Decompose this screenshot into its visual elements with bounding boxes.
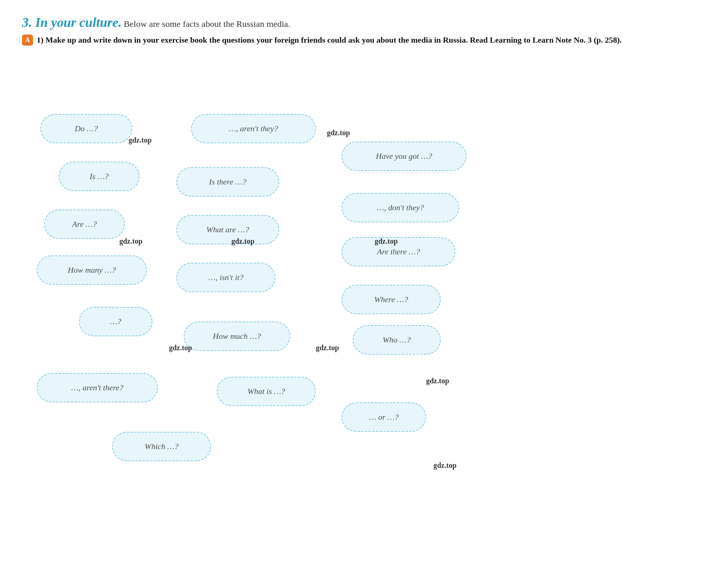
bubble-what-are: What are …? <box>176 215 279 244</box>
bubble-how-many: How many …? <box>37 255 147 285</box>
section-number: 3. <box>22 15 32 30</box>
bubble-isnt-it: …, isn't it? <box>176 263 275 292</box>
watermark-wm3: gdz.top <box>119 237 143 245</box>
bubble-dont-they: …, don't they? <box>342 193 459 222</box>
bubble-arent-they1: …, aren't they? <box>191 114 316 143</box>
bubble-arent-there: …, aren't there? <box>37 373 158 402</box>
section-subtitle: Below are some facts about the Russian m… <box>122 19 290 29</box>
watermark-wm7: gdz.top <box>316 344 339 352</box>
activity-icon: A <box>22 35 33 46</box>
watermark-wm2: gdz.top <box>327 129 350 137</box>
bubble-do: Do …? <box>40 114 132 143</box>
bubble-is-there: Is there …? <box>176 167 279 197</box>
watermark-wm9: gdz.top <box>433 461 457 470</box>
instruction-row: A 1) Make up and write down in your exer… <box>22 34 681 46</box>
instruction-text: 1) Make up and write down in your exerci… <box>37 34 622 46</box>
watermark-wm6: gdz.top <box>169 344 192 352</box>
bubble-or: … or …? <box>342 402 426 432</box>
bubble-who: Who …? <box>353 325 441 355</box>
header: 3. In your culture. Below are some facts… <box>22 15 681 46</box>
watermark-wm4: gdz.top <box>231 237 255 245</box>
bubble-where: Where …? <box>342 285 441 314</box>
bubble-are-there: Are there …? <box>342 237 455 266</box>
bubble-how-much: How much …? <box>184 322 290 351</box>
bubble-have-you-got: Have you got …? <box>342 141 466 171</box>
bubble-ellipsis: …? <box>79 307 152 336</box>
watermark-wm8: gdz.top <box>426 377 449 385</box>
title-row: 3. In your culture. Below are some facts… <box>22 15 681 30</box>
watermark-wm5: gdz.top <box>375 237 398 245</box>
watermark-wm1: gdz.top <box>129 136 152 144</box>
bubble-is: Is …? <box>59 162 140 191</box>
bubble-what-is: What is …? <box>217 377 316 406</box>
bubbles-area: Do …?…, aren't they?Have you got …?Is …?… <box>22 57 681 535</box>
bubble-are: Are …? <box>44 209 125 239</box>
bubble-which: Which …? <box>112 432 211 461</box>
section-title: In your culture. <box>32 15 122 30</box>
